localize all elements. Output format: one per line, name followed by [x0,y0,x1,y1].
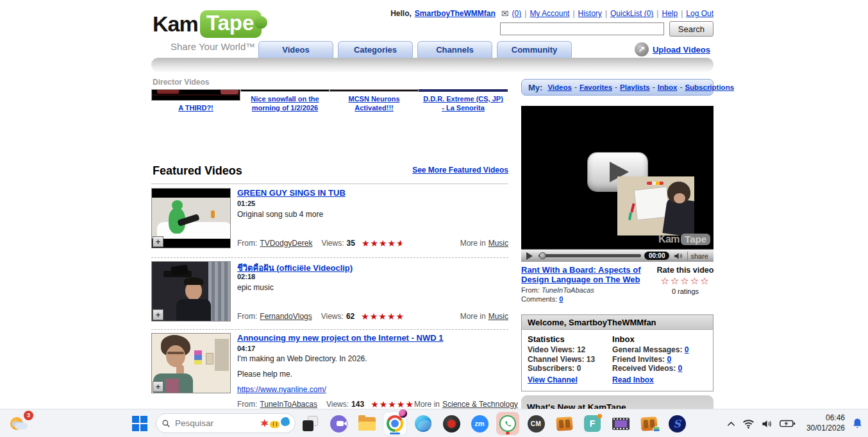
mail-count-link[interactable]: (0) [512,9,522,18]
nav-my-account[interactable]: My Account [530,9,569,18]
tab-community[interactable]: Community [497,41,572,58]
my-playlists-link[interactable]: Playlists [620,83,650,91]
upload-videos[interactable]: ↗ Upload Videos [635,42,710,56]
my-subscriptions-link[interactable]: Subscriptions [685,83,734,91]
chrome-icon[interactable] [383,412,406,435]
cm-app-icon[interactable]: CM [528,415,545,433]
uploader-link[interactable]: FernandoVlogs [260,312,312,321]
stat-label: Subscribers: [528,364,574,373]
see-more-featured-link[interactable]: See More Featured Videos [412,166,508,175]
taskbar-search-input[interactable] [175,418,260,428]
task-view-icon[interactable] [303,416,318,431]
file-explorer-icon[interactable] [358,417,376,431]
view-channel-link[interactable]: View Channel [528,375,578,384]
uploader-link[interactable]: TuneInToAbacas [260,400,317,409]
watermark-tape: Tape [681,234,710,245]
director-video-title[interactable]: MCSN Neurons Activated!!! [333,95,415,113]
volume-icon[interactable] [674,252,683,260]
film-strip-app-icon[interactable] [612,418,630,430]
edge-icon[interactable] [415,415,431,432]
video-thumbnail[interactable]: + [151,333,231,393]
volume-icon[interactable] [762,419,772,429]
battery-icon[interactable] [780,419,796,428]
my-favorites-link[interactable]: Favorites [580,83,612,91]
inbox-count-link[interactable]: 0 [667,355,671,364]
kamtape-homepage: Kam Tape Share Your World™ Hello, Smartb… [0,0,868,437]
video-duration: 04:17 [237,345,255,352]
video-thumbnail[interactable] [419,89,508,92]
video-thumbnail[interactable]: + [151,188,231,248]
tab-videos[interactable]: Videos [258,41,333,58]
category-link[interactable]: Music [488,312,508,321]
username-link[interactable]: SmartboyTheWMMfan [415,9,496,18]
director-video-title[interactable]: Nice snowfall on the morning of 1/2/2026 [244,95,326,113]
my-videos-link[interactable]: Videos [547,83,572,91]
tab-categories[interactable]: Categories [338,41,413,58]
tray-chevron-icon[interactable] [727,421,735,427]
video-duration: 01:25 [237,200,255,207]
featured-video-row: + Announcing my new project on the Inter… [151,333,508,410]
video-chat-app-icon[interactable] [330,415,347,433]
wifi-icon[interactable] [742,419,755,429]
s-app-icon[interactable]: S [669,415,686,433]
star-rating: ★★★★★ [371,399,414,409]
read-inbox-link[interactable]: Read Inbox [612,375,654,384]
play-icon[interactable] [526,252,533,260]
inbox-count-link[interactable]: 0 [685,345,689,354]
upload-videos-link[interactable]: Upload Videos [653,45,710,55]
zoom-icon[interactable]: zm [471,415,488,433]
now-playing-title[interactable]: Rant With a Board: Aspects of Design Lan… [521,266,644,285]
site-logo[interactable]: Kam Tape Share Your World™ [153,10,262,38]
video-thumbnail[interactable] [330,89,419,92]
whatsapp-icon[interactable] [496,412,519,435]
video-editor-icon[interactable] [640,416,657,431]
inbox-count-link[interactable]: 0 [678,364,683,373]
movie-maker-icon[interactable] [556,416,572,431]
player-time: 00:00 [644,252,670,260]
search-icon [162,419,171,428]
director-video-title[interactable]: A THIRD?! [178,104,213,113]
category-link[interactable]: Science & Technology [442,400,518,409]
video-description-link[interactable]: https://www.nyanline.com/ [237,385,326,394]
start-button[interactable] [132,416,147,431]
notification-bell-icon[interactable] [852,418,863,429]
search-button[interactable]: Search [669,21,714,37]
video-thumbnail[interactable] [240,89,330,92]
screen-recorder-icon[interactable] [443,415,460,433]
category-link[interactable]: Music [488,239,508,248]
search-input[interactable] [500,22,664,35]
director-videos-heading: Director Videos [153,78,209,87]
separator: - [574,83,577,92]
weather-widget[interactable]: 3 [9,413,32,434]
tab-channels[interactable]: Channels [417,41,492,58]
director-video-title[interactable]: D.D.R. Extreme (CS, JP) - La Senorita [422,95,505,113]
add-to-quicklist-button[interactable]: + [153,236,163,247]
rate-stars[interactable]: ☆☆☆☆☆ [656,275,715,287]
comments-count-link[interactable]: 0 [559,295,563,303]
nav-history[interactable]: History [578,9,602,18]
mail-icon[interactable]: ✉ [501,8,509,19]
featured-video-title[interactable]: Announcing my new project on the Interne… [237,333,443,343]
video-thumbnail[interactable] [151,89,240,101]
nav-help[interactable]: Help [662,9,678,18]
seek-bar[interactable] [538,254,641,257]
share-button[interactable]: share [690,252,708,260]
uploader-link[interactable]: TVDodgyDerek [260,239,312,248]
seek-knob[interactable] [539,252,546,259]
add-to-quicklist-button[interactable]: + [153,381,163,392]
add-to-quicklist-button[interactable]: + [153,309,163,320]
taskbar-search[interactable] [156,413,296,433]
f-app-icon[interactable]: F [584,415,601,432]
clock-time: 06:46 [806,413,845,424]
nav-logout[interactable]: Log Out [686,9,714,18]
separator: - [615,83,617,92]
system-tray: 06:46 30/01/2026 [727,409,863,437]
my-inbox-link[interactable]: Inbox [658,83,678,91]
now-playing-from: From: TuneInToAbacas [521,286,594,294]
video-thumbnail[interactable]: + [151,261,231,321]
divider [151,184,508,184]
nav-quicklist[interactable]: QuickList (0) [610,9,653,18]
taskbar-clock[interactable]: 06:46 30/01/2026 [806,413,845,433]
player-screen[interactable]: Kam Tape [521,106,714,249]
featured-video-title[interactable]: GREEN GUY SINGS IN TUB [237,188,346,198]
